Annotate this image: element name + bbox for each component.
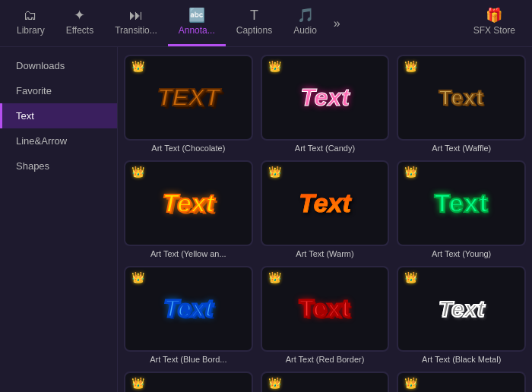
card-label-candy: Art Text (Candy): [261, 144, 390, 153]
nav-transitions-label: Transitio...: [115, 25, 157, 36]
card-chocolate[interactable]: 👑 TEXT Art Text (Chocolate): [124, 55, 253, 153]
nav-audio[interactable]: 🎵 Audio: [283, 0, 328, 46]
card-yellow[interactable]: 👑 Text Art Text (Yellow an...: [124, 160, 253, 258]
card-thumb-blueborder[interactable]: 👑 Text: [124, 266, 253, 352]
card-text-candy: Text: [300, 84, 350, 112]
card-blueborder[interactable]: 👑 Text Art Text (Blue Bord...: [124, 266, 253, 364]
main-area: Downloads Favorite Text Line&Arrow Shape…: [0, 47, 532, 392]
card-label-yellow: Art Text (Yellow an...: [124, 249, 253, 258]
card-thumb-young[interactable]: 👑 Text: [397, 160, 526, 246]
sfxstore-icon: 🎁: [486, 8, 502, 22]
audio-icon: 🎵: [297, 8, 314, 22]
card-label-redborder: Art Text (Red Border): [261, 355, 390, 364]
card-thumb-blackmetal[interactable]: 👑 Text: [397, 266, 526, 352]
card-label-waffle: Art Text (Waffle): [397, 144, 526, 153]
library-icon: 🗂: [24, 8, 37, 22]
card-text-waffle: Text: [439, 86, 484, 110]
card-text-blueborder: Text: [164, 295, 214, 323]
card-row4a[interactable]: 👑 Text Art Text: [124, 371, 253, 392]
card-thumb-row4b[interactable]: 👑 Text: [261, 371, 390, 392]
nav-more-button[interactable]: »: [328, 17, 347, 30]
card-thumb-waffle[interactable]: 👑 Text: [397, 55, 526, 141]
card-candy[interactable]: 👑 Text Art Text (Candy): [261, 55, 390, 153]
crown-icon: 👑: [131, 60, 144, 72]
sidebar: Downloads Favorite Text Line&Arrow Shape…: [0, 47, 118, 392]
top-navigation: 🗂 Library ✦ Effects ⏭ Transitio... 🔤 Ann…: [0, 0, 532, 47]
nav-audio-label: Audio: [293, 25, 317, 36]
card-young[interactable]: 👑 Text Art Text (Young): [397, 160, 526, 258]
nav-captions[interactable]: T Captions: [226, 0, 283, 46]
crown-icon: 👑: [268, 377, 281, 389]
card-label-warm: Art Text (Warm): [261, 249, 390, 258]
nav-sfxstore[interactable]: 🎁 SFX Store: [463, 0, 526, 46]
nav-annotations[interactable]: 🔤 Annota...: [168, 0, 226, 46]
card-text-warm: Text: [299, 188, 351, 218]
card-thumb-row4a[interactable]: 👑 Text: [124, 371, 253, 392]
card-thumb-chocolate[interactable]: 👑 TEXT: [124, 55, 253, 141]
card-thumb-yellow[interactable]: 👑 Text: [124, 160, 253, 246]
card-label-chocolate: Art Text (Chocolate): [124, 144, 253, 153]
crown-icon: 👑: [404, 377, 417, 389]
card-text-yellow: Text: [163, 188, 215, 218]
card-label-young: Art Text (Young): [397, 249, 526, 258]
card-text-blackmetal: Text: [439, 296, 485, 322]
sidebar-item-downloads[interactable]: Downloads: [0, 53, 117, 78]
card-thumb-redborder[interactable]: 👑 Text: [261, 266, 390, 352]
crown-icon: 👑: [404, 60, 417, 72]
effects-icon: ✦: [74, 8, 85, 22]
sidebar-item-shapes[interactable]: Shapes: [0, 153, 117, 179]
crown-icon: 👑: [131, 377, 144, 389]
nav-annotations-label: Annota...: [179, 25, 215, 36]
crown-icon: 👑: [131, 271, 144, 283]
nav-effects[interactable]: ✦ Effects: [55, 0, 104, 46]
crown-icon: 👑: [131, 166, 144, 178]
card-label-blackmetal: Art Text (Black Metal): [397, 355, 526, 364]
card-label-blueborder: Art Text (Blue Bord...: [124, 355, 253, 364]
card-thumb-candy[interactable]: 👑 Text: [261, 55, 390, 141]
card-row4b[interactable]: 👑 Text Art Text: [261, 371, 390, 392]
sidebar-item-favorite[interactable]: Favorite: [0, 78, 117, 103]
nav-library-label: Library: [17, 25, 45, 36]
nav-transitions[interactable]: ⏭ Transitio...: [104, 0, 168, 46]
nav-library[interactable]: 🗂 Library: [6, 0, 55, 46]
nav-captions-label: Captions: [236, 25, 272, 36]
crown-icon: 👑: [404, 166, 417, 178]
sidebar-item-text[interactable]: Text: [0, 103, 117, 128]
card-blackmetal[interactable]: 👑 Text Art Text (Black Metal): [397, 266, 526, 364]
annotations-icon: 🔤: [188, 8, 205, 22]
sidebar-item-linearrow[interactable]: Line&Arrow: [0, 128, 117, 153]
content-area: 👑 TEXT Art Text (Chocolate) 👑 Text Art T…: [118, 47, 532, 392]
card-text-redborder: Text: [299, 295, 350, 323]
card-text-young: Text: [434, 188, 488, 218]
card-thumb-warm[interactable]: 👑 Text: [261, 160, 390, 246]
card-warm[interactable]: 👑 Text Art Text (Warm): [261, 160, 390, 258]
crown-icon: 👑: [268, 60, 281, 72]
crown-icon: 👑: [268, 166, 281, 178]
card-text-chocolate: TEXT: [157, 84, 220, 112]
nav-effects-label: Effects: [66, 25, 93, 36]
card-redborder[interactable]: 👑 Text Art Text (Red Border): [261, 266, 390, 364]
transitions-icon: ⏭: [129, 8, 143, 22]
card-row4c[interactable]: 👑 Text Art Text: [397, 371, 526, 392]
crown-icon: 👑: [404, 271, 417, 283]
crown-icon: 👑: [268, 271, 281, 283]
card-thumb-row4c[interactable]: 👑 Text: [397, 371, 526, 392]
captions-icon: T: [250, 8, 258, 22]
card-grid: 👑 TEXT Art Text (Chocolate) 👑 Text Art T…: [124, 55, 526, 392]
card-waffle[interactable]: 👑 Text Art Text (Waffle): [397, 55, 526, 153]
nav-sfxstore-label: SFX Store: [473, 25, 515, 36]
